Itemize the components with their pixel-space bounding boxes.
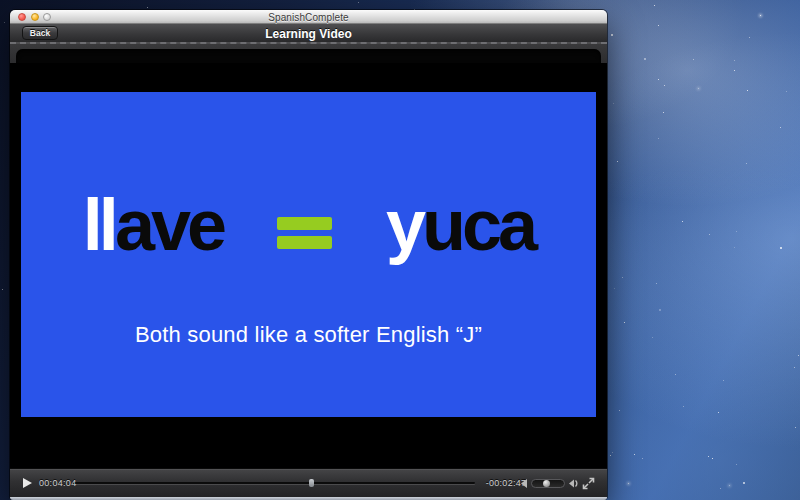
playback-controls: 00:04:04 -00:02:47 [10,468,607,497]
word-yuca-rest: uca [422,185,534,265]
volume-min-icon[interactable] [521,479,527,488]
elapsed-time: 00:04:04 [39,478,76,488]
fullscreen-icon[interactable] [582,477,595,490]
toolbar-title: Learning Video [10,27,607,41]
play-icon[interactable] [23,478,32,488]
equals-icon [277,217,332,249]
word-yuca: yuca [386,189,534,261]
word-llave-highlight: ll [83,185,115,265]
progress-handle[interactable] [309,479,314,487]
window-title: SpanishComplete [10,11,607,24]
video-slide: llave yuca Both sound like a softer Engl… [21,92,596,417]
slide-subtitle: Both sound like a softer English “J” [21,322,596,348]
volume-handle[interactable] [543,480,550,487]
video-frame-top [10,44,607,63]
word-yuca-highlight: y [386,185,422,265]
word-llave: llave [83,189,223,261]
volume-track[interactable] [531,479,565,488]
word-llave-rest: ave [115,185,223,265]
toolbar: Back Learning Video [10,24,607,44]
volume-max-icon[interactable] [569,478,579,489]
window-titlebar[interactable]: SpanishComplete [10,10,607,24]
video-area[interactable]: llave yuca Both sound like a softer Engl… [10,63,607,468]
video-well-inset [16,49,601,63]
word-comparison-row: llave yuca [21,189,596,261]
progress-track[interactable] [75,482,475,484]
app-window: SpanishComplete Back Learning Video llav… [10,10,607,500]
